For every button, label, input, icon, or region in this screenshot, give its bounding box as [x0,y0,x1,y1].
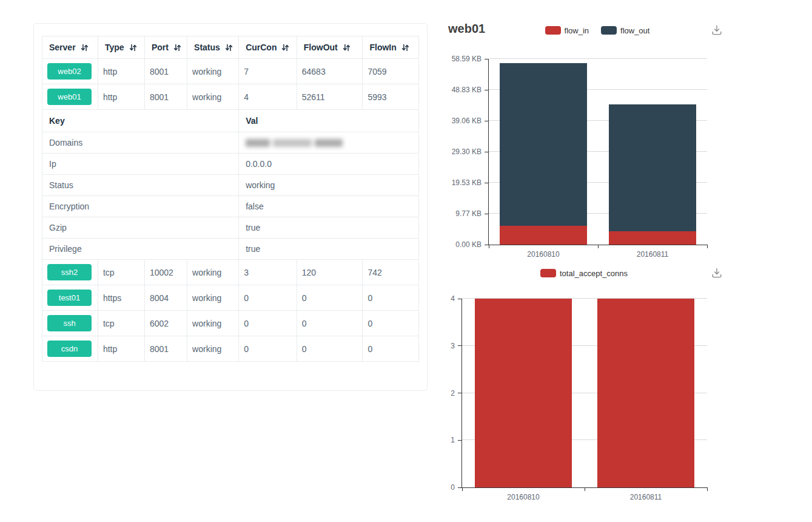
column-label: FlowOut [304,42,338,52]
y-axis-tick-label: 0.00 KB [455,240,481,249]
legend-item-total_accept_conns[interactable]: total_accept_conns [540,269,628,278]
table-row: csdn http 8001 working 0 0 0 [42,336,419,362]
curcon-cell: 7 [239,59,297,84]
type-cell: tcp [98,260,144,285]
x-axis-tick [585,487,585,491]
table-row: ssh tcp 6002 working 0 0 0 [42,311,419,336]
y-axis-tick [485,121,488,121]
curcon-cell: 3 [239,260,297,285]
server-cell: test01 [42,285,98,311]
y-axis-tick [458,487,461,488]
x-axis-category-label: 20160810 [527,250,559,259]
server-button[interactable]: web01 [47,89,92,105]
y-axis-tick [458,393,461,393]
detail-key: Domains [42,132,239,154]
server-cell: csdn [42,336,98,362]
column-header-status[interactable]: Status [187,36,239,59]
server-table: Server Type Port Status CurCon FlowOut F… [42,36,419,362]
column-label: FlowIn [369,42,396,52]
y-axis-tick [485,183,488,183]
chart-legend: flow_in flow_out [488,25,706,36]
server-button[interactable]: ssh [47,315,92,331]
y-axis-tick-label: 9.77 KB [455,209,481,218]
column-header-type[interactable]: Type [98,36,144,59]
status-cell: working [187,311,239,336]
detail-row: Status working [42,175,419,196]
flowout-cell: 120 [297,260,363,285]
port-cell: 10002 [144,260,187,285]
column-header-curcon[interactable]: CurCon [239,36,297,59]
sort-icon [81,44,89,52]
server-cell: ssh2 [42,260,98,285]
server-button[interactable]: ssh2 [47,264,92,280]
y-axis-tick-label: 2 [451,389,455,398]
flowin-cell: 7059 [363,59,419,84]
detail-key: Encryption [42,196,239,217]
legend-item-flow_out[interactable]: flow_out [601,26,649,35]
flow-chart: web01 flow_in flow_out 0.00 KB9.77 KB19.… [428,15,738,258]
legend-label: flow_out [620,26,649,35]
y-axis-tick [458,299,461,299]
type-cell: http [98,59,144,84]
detail-value: false [239,196,419,217]
flowout-cell: 52611 [297,84,363,110]
y-axis-tick-label: 1 [451,436,455,444]
x-axis-tick [462,487,463,491]
y-axis-tick [485,90,488,90]
sort-icon [343,44,351,52]
sort-icon [401,44,409,52]
save-as-image-button[interactable] [710,24,723,37]
detail-key: Gzip [42,217,239,239]
column-header-flowin[interactable]: FlowIn [363,36,419,59]
legend-swatch [540,269,556,277]
y-axis-tick [458,440,461,441]
flowout-cell: 0 [297,285,363,311]
column-header-flowout[interactable]: FlowOut [297,36,363,59]
type-cell: http [98,336,144,362]
x-axis-tick [707,487,708,491]
x-axis-tick [707,245,708,248]
sort-icon [281,44,289,52]
legend-label: flow_in [565,26,589,35]
detail-key: Ip [42,154,239,175]
plot-area: 0.00 KB9.77 KB19.53 KB29.30 KB39.06 KB48… [488,59,707,245]
bar-total_accept_conns [597,299,694,487]
column-header-port[interactable]: Port [144,36,187,59]
table-row: web01 http 8001 working 4 52611 5993 [42,84,419,110]
curcon-cell: 0 [239,311,297,336]
status-cell: working [187,84,239,110]
detail-row: Ip 0.0.0.0 [42,154,419,175]
y-axis-tick [485,152,488,152]
legend-item-flow_in[interactable]: flow_in [545,26,589,35]
table-row: web02 http 8001 working 7 64683 7059 [42,59,419,84]
y-axis-tick-label: 58.59 KB [452,55,481,63]
y-axis-tick-label: 39.06 KB [452,117,481,125]
save-as-image-button[interactable] [710,266,723,280]
port-cell: 8001 [144,59,187,84]
server-button[interactable]: web02 [47,63,92,80]
type-cell: http [98,84,144,110]
detail-key: Status [42,175,239,196]
detail-row: Encryption false [42,196,419,217]
status-cell: working [187,336,239,362]
server-table-card: Server Type Port Status CurCon FlowOut F… [33,23,428,391]
column-label: Port [152,42,169,52]
table-row: test01 https 8004 working 0 0 0 [42,285,419,311]
sort-icon [129,44,137,52]
column-header-server[interactable]: Server [42,36,98,59]
flowout-cell: 64683 [297,59,363,84]
server-cell: web02 [42,59,98,84]
x-axis-category-label: 20160810 [507,493,539,501]
column-label: Status [194,42,220,52]
flowin-cell: 5993 [363,84,419,110]
chart-title: web01 [448,22,485,36]
server-button[interactable]: csdn [47,341,92,357]
legend-label: total_accept_conns [560,269,628,278]
bar-flow_in [609,231,696,245]
flowout-cell: 0 [297,311,363,336]
server-button[interactable]: test01 [47,290,92,306]
type-cell: https [98,285,144,311]
port-cell: 8001 [144,84,187,110]
column-label: Server [49,42,76,52]
flowout-cell: 0 [297,336,363,362]
